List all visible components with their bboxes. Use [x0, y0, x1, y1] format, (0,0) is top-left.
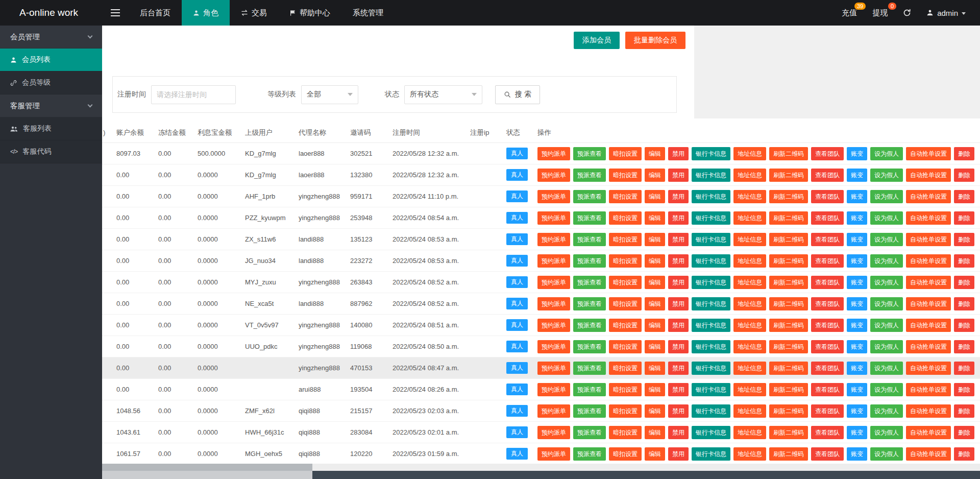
view-team-button[interactable]: 查看团队: [811, 383, 844, 396]
bank-card-info-button[interactable]: 银行卡信息: [692, 211, 730, 225]
set-fake-button[interactable]: 设为假人: [870, 211, 903, 225]
account-change-button[interactable]: 账变: [847, 254, 867, 268]
refresh-qrcode-button[interactable]: 刷新二维码: [769, 276, 808, 289]
refresh-icon[interactable]: [903, 9, 911, 17]
view-team-button[interactable]: 查看团队: [811, 362, 844, 375]
edit-button[interactable]: 编辑: [645, 340, 665, 353]
delete-button[interactable]: 删除: [954, 254, 974, 268]
view-team-button[interactable]: 查看团队: [811, 340, 844, 353]
sidebar-item-member-list[interactable]: 会员列表: [0, 49, 102, 71]
refresh-qrcode-button[interactable]: 刷新二维码: [769, 340, 808, 353]
disable-button[interactable]: 禁用: [668, 362, 689, 375]
disable-button[interactable]: 禁用: [668, 319, 689, 332]
hidden-deduction-button[interactable]: 暗扣设置: [609, 169, 642, 182]
reserve-dispatch-button[interactable]: 预约派单: [537, 147, 570, 160]
reserve-dispatch-button[interactable]: 预约派单: [537, 276, 570, 289]
delete-button[interactable]: 删除: [954, 447, 974, 461]
view-team-button[interactable]: 查看团队: [811, 190, 844, 203]
delete-button[interactable]: 删除: [954, 404, 974, 418]
set-fake-button[interactable]: 设为假人: [870, 340, 903, 353]
dispatch-view-button[interactable]: 预派查看: [573, 297, 606, 310]
reserve-dispatch-button[interactable]: 预约派单: [537, 211, 570, 225]
edit-button[interactable]: 编辑: [645, 276, 665, 289]
edit-button[interactable]: 编辑: [645, 254, 665, 268]
reserve-dispatch-button[interactable]: 预约派单: [537, 169, 570, 182]
nav-help-center[interactable]: 帮助中心: [278, 0, 341, 26]
auto-grab-setting-button[interactable]: 自动抢单设置: [906, 190, 951, 203]
set-fake-button[interactable]: 设为假人: [870, 276, 903, 289]
edit-button[interactable]: 编辑: [645, 211, 665, 225]
set-fake-button[interactable]: 设为假人: [870, 190, 903, 203]
dispatch-view-button[interactable]: 预派查看: [573, 169, 606, 182]
account-change-button[interactable]: 账变: [847, 340, 867, 353]
status-select[interactable]: 所有状态: [404, 85, 482, 104]
address-info-button[interactable]: 地址信息: [733, 426, 766, 439]
withdraw-button[interactable]: 提现 0: [872, 8, 888, 18]
hidden-deduction-button[interactable]: 暗扣设置: [609, 362, 642, 375]
dispatch-view-button[interactable]: 预派查看: [573, 383, 606, 396]
delete-button[interactable]: 删除: [954, 147, 974, 160]
sidebar-item-service-code[interactable]: </>客服代码: [0, 140, 102, 163]
view-team-button[interactable]: 查看团队: [811, 169, 844, 182]
auto-grab-setting-button[interactable]: 自动抢单设置: [906, 276, 951, 289]
dispatch-view-button[interactable]: 预派查看: [573, 190, 606, 203]
address-info-button[interactable]: 地址信息: [733, 147, 766, 160]
auto-grab-setting-button[interactable]: 自动抢单设置: [906, 233, 951, 246]
address-info-button[interactable]: 地址信息: [733, 362, 766, 375]
auto-grab-setting-button[interactable]: 自动抢单设置: [906, 426, 951, 439]
account-change-button[interactable]: 账变: [847, 426, 867, 439]
batch-delete-button[interactable]: 批量删除会员: [625, 32, 685, 49]
auto-grab-setting-button[interactable]: 自动抢单设置: [906, 297, 951, 310]
bottom-scrollbar-thumb[interactable]: [102, 471, 312, 479]
bank-card-info-button[interactable]: 银行卡信息: [692, 340, 730, 353]
disable-button[interactable]: 禁用: [668, 233, 689, 246]
address-info-button[interactable]: 地址信息: [733, 276, 766, 289]
address-info-button[interactable]: 地址信息: [733, 254, 766, 268]
menu-toggle-icon[interactable]: [102, 0, 129, 26]
edit-button[interactable]: 编辑: [645, 447, 665, 461]
auto-grab-setting-button[interactable]: 自动抢单设置: [906, 404, 951, 418]
nav-home[interactable]: 后台首页: [129, 0, 182, 26]
dispatch-view-button[interactable]: 预派查看: [573, 362, 606, 375]
user-menu[interactable]: admin: [926, 9, 966, 17]
hidden-deduction-button[interactable]: 暗扣设置: [609, 276, 642, 289]
refresh-qrcode-button[interactable]: 刷新二维码: [769, 404, 808, 418]
edit-button[interactable]: 编辑: [645, 362, 665, 375]
account-change-button[interactable]: 账变: [847, 233, 867, 246]
bank-card-info-button[interactable]: 银行卡信息: [692, 147, 730, 160]
set-fake-button[interactable]: 设为假人: [870, 404, 903, 418]
bank-card-info-button[interactable]: 银行卡信息: [692, 426, 730, 439]
account-change-button[interactable]: 账变: [847, 404, 867, 418]
view-team-button[interactable]: 查看团队: [811, 297, 844, 310]
refresh-qrcode-button[interactable]: 刷新二维码: [769, 233, 808, 246]
address-info-button[interactable]: 地址信息: [733, 169, 766, 182]
refresh-qrcode-button[interactable]: 刷新二维码: [769, 447, 808, 461]
delete-button[interactable]: 删除: [954, 426, 974, 439]
edit-button[interactable]: 编辑: [645, 297, 665, 310]
reserve-dispatch-button[interactable]: 预约派单: [537, 362, 570, 375]
bank-card-info-button[interactable]: 银行卡信息: [692, 276, 730, 289]
auto-grab-setting-button[interactable]: 自动抢单设置: [906, 254, 951, 268]
nav-transactions[interactable]: 交易: [230, 0, 278, 26]
dispatch-view-button[interactable]: 预派查看: [573, 426, 606, 439]
set-fake-button[interactable]: 设为假人: [870, 447, 903, 461]
view-team-button[interactable]: 查看团队: [811, 211, 844, 225]
refresh-qrcode-button[interactable]: 刷新二维码: [769, 254, 808, 268]
account-change-button[interactable]: 账变: [847, 169, 867, 182]
edit-button[interactable]: 编辑: [645, 404, 665, 418]
edit-button[interactable]: 编辑: [645, 383, 665, 396]
sidebar-group-member-management[interactable]: 会员管理: [0, 26, 102, 49]
address-info-button[interactable]: 地址信息: [733, 340, 766, 353]
set-fake-button[interactable]: 设为假人: [870, 319, 903, 332]
auto-grab-setting-button[interactable]: 自动抢单设置: [906, 211, 951, 225]
delete-button[interactable]: 删除: [954, 211, 974, 225]
horizontal-scrollbar-track[interactable]: [102, 464, 980, 471]
auto-grab-setting-button[interactable]: 自动抢单设置: [906, 169, 951, 182]
reserve-dispatch-button[interactable]: 预约派单: [537, 254, 570, 268]
refresh-qrcode-button[interactable]: 刷新二维码: [769, 297, 808, 310]
set-fake-button[interactable]: 设为假人: [870, 426, 903, 439]
disable-button[interactable]: 禁用: [668, 190, 689, 203]
delete-button[interactable]: 删除: [954, 340, 974, 353]
disable-button[interactable]: 禁用: [668, 426, 689, 439]
dispatch-view-button[interactable]: 预派查看: [573, 319, 606, 332]
